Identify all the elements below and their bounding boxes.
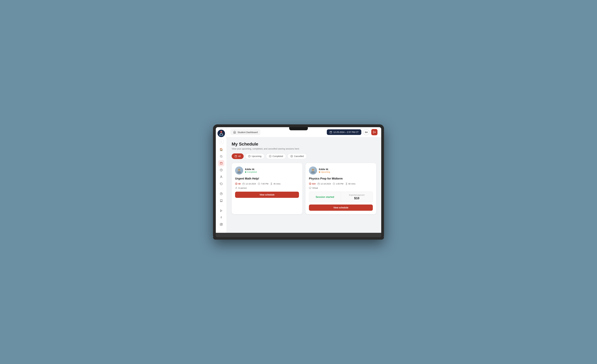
- svg-point-32: [237, 171, 241, 173]
- sidebar-item-profile[interactable]: [218, 174, 224, 180]
- tutor-info-2: Eddie W. Upcoming: [319, 168, 330, 173]
- dashboard-nav: Student Dashboard: [230, 129, 260, 135]
- sidebar-item-home[interactable]: 🏠: [218, 146, 224, 153]
- svg-point-10: [221, 176, 222, 177]
- svg-text:$: $: [236, 183, 237, 184]
- hourglass-icon-2: [345, 183, 348, 185]
- sidebar-item-help[interactable]: [218, 191, 224, 197]
- svg-rect-14: [220, 223, 222, 226]
- calendar-icon: [330, 131, 332, 133]
- sidebar-item-video[interactable]: [218, 208, 224, 214]
- date-2: 12-18-2024: [317, 182, 331, 185]
- card-2-header: Eddie W. Upcoming: [309, 167, 373, 174]
- calendar-icon-1: [242, 183, 245, 185]
- sidebar-item-schedule[interactable]: [218, 160, 224, 166]
- status-badge-2: Upcoming: [319, 171, 330, 173]
- price-2: $ $10: [309, 182, 316, 185]
- svg-rect-46: [312, 169, 314, 170]
- location-2: Virtual: [309, 187, 373, 189]
- user-avatar: SA: [363, 129, 369, 135]
- svg-point-43: [236, 187, 237, 188]
- svg-point-3: [220, 155, 222, 157]
- location-1: In-person: [235, 187, 299, 189]
- all-icon: [235, 155, 237, 158]
- sidebar-item-facebook[interactable]: f: [218, 214, 224, 221]
- svg-line-4: [222, 157, 222, 157]
- svg-rect-38: [243, 183, 244, 185]
- header-right: 12-25-2024 – 2:57 PM CT SA: [327, 129, 377, 135]
- home-icon: [233, 131, 236, 134]
- monitor-icon-2: [309, 187, 311, 189]
- laptop-base: [213, 237, 384, 240]
- clock-icon: [248, 155, 251, 158]
- time-1: 7:00 PM: [258, 182, 268, 185]
- sessions-grid: Eddie W. Completed Urgent Math Help!: [232, 163, 376, 214]
- svg-rect-55: [309, 187, 311, 189]
- price-icon-2: $: [309, 182, 311, 185]
- session-info-box-2: Session started Expected payment $10: [309, 192, 373, 202]
- expected-payment-label: Expected payment: [349, 194, 364, 196]
- location-icon-1: [235, 187, 237, 189]
- svg-marker-13: [220, 210, 222, 212]
- main-area: Student Dashboard 12-25-2024 – 2:57 PM C…: [227, 127, 381, 233]
- svg-rect-50: [318, 183, 320, 185]
- filter-tabs: All Upcoming Completed: [232, 153, 376, 159]
- tutor-avatar-2: [309, 167, 317, 174]
- status-text-1: Completed: [247, 171, 257, 173]
- sidebar: › 🏠: [216, 127, 227, 233]
- svg-point-0: [218, 130, 225, 137]
- tutor-avatar-1: [235, 167, 243, 174]
- price-1: $ $8: [235, 182, 241, 185]
- sidebar-item-search[interactable]: [218, 153, 224, 159]
- hourglass-icon-1: [270, 183, 273, 185]
- view-schedule-btn-1[interactable]: View schedule: [235, 192, 299, 198]
- expected-payment-amount: $10: [354, 197, 359, 200]
- x-circle-icon: [291, 155, 293, 158]
- filter-all[interactable]: All: [232, 153, 244, 159]
- screen-bottom-bar: [216, 233, 381, 237]
- sidebar-item-back[interactable]: [218, 181, 224, 187]
- content-area: My Schedule View your upcoming, complete…: [227, 137, 381, 233]
- sidebar-item-history[interactable]: [218, 167, 224, 173]
- page-subtitle: View your upcoming, completed, and cance…: [232, 148, 376, 150]
- session-details-2: $ $10 12-18-2024: [309, 182, 373, 185]
- sidebar-item-books[interactable]: [218, 197, 224, 204]
- sidebar-expand-button[interactable]: ›: [219, 140, 223, 144]
- view-schedule-btn-2[interactable]: View schedule: [309, 205, 373, 211]
- svg-text:$: $: [310, 183, 310, 184]
- clock-icon-2: [333, 183, 335, 185]
- date-1: 12-16-2024: [242, 182, 256, 185]
- session-card-1: Eddie W. Completed Urgent Math Help!: [232, 163, 302, 214]
- filter-cancelled[interactable]: Cancelled: [287, 153, 306, 159]
- svg-rect-34: [238, 169, 240, 170]
- logout-icon: [373, 131, 376, 134]
- tutor-info-1: Eddie W. Completed: [245, 168, 257, 173]
- session-card-2: Eddie W. Upcoming Physics Prep for Midte…: [306, 163, 376, 214]
- logout-button[interactable]: [371, 129, 377, 135]
- laptop-frame: › 🏠: [213, 124, 384, 240]
- session-title-1: Urgent Math Help!: [235, 177, 299, 180]
- duration-1: 45 mins: [270, 182, 281, 185]
- status-badge-1: Completed: [245, 171, 257, 173]
- notch: [289, 127, 308, 130]
- status-dot-2: [319, 171, 320, 173]
- status-text-2: Upcoming: [321, 171, 330, 173]
- card-1-header: Eddie W. Completed: [235, 167, 299, 174]
- svg-point-15: [221, 224, 222, 225]
- filter-completed[interactable]: Completed: [266, 153, 286, 159]
- duration-2: 60 mins: [345, 182, 355, 185]
- filter-upcoming[interactable]: Upcoming: [245, 153, 264, 159]
- expected-payment-cell: Expected payment $10: [341, 192, 373, 202]
- check-circle-icon: [269, 155, 271, 158]
- svg-point-16: [222, 224, 222, 224]
- svg-rect-2: [219, 135, 223, 136]
- tutor-name-1: Eddie W.: [245, 168, 257, 171]
- datetime-badge: 12-25-2024 – 2:57 PM CT: [327, 129, 361, 135]
- session-title-2: Physics Prep for Midterm: [309, 177, 373, 180]
- status-dot-1: [245, 171, 246, 173]
- svg-point-45: [311, 171, 315, 173]
- laptop-screen: › 🏠: [216, 127, 381, 237]
- session-started-cell: Session started: [309, 192, 341, 202]
- sidebar-item-instagram[interactable]: [218, 221, 224, 228]
- svg-rect-17: [330, 131, 332, 133]
